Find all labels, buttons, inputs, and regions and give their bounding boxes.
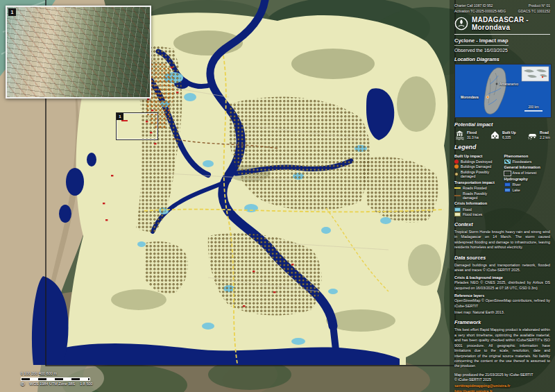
map-subtitle: Cyclone - Impact map: [454, 37, 509, 46]
crisis-image-body: Pleiades NEO © CNES 2025, distributed by…: [454, 280, 550, 291]
framework-heading: Framework: [454, 319, 550, 325]
inset-map-source: Inset map: Natural Earth 2013.: [454, 310, 550, 315]
potential-impact-row: Flood 31.3 ha Built Up 6,335 Road 2.2 km: [454, 130, 550, 140]
legend-label: Buildings Damaged: [461, 164, 491, 169]
svg-text:200 km: 200 km: [528, 105, 538, 109]
legend-label: Buildings Destroyed: [461, 160, 492, 164]
scale-numbers: 0 100 200 400 600 m: [21, 371, 93, 377]
reference-layers-heading: Reference layers: [454, 293, 550, 298]
map-title: MADAGASCAR - Morondava: [472, 16, 550, 31]
legend-item: Buildings Possibly damaged: [454, 170, 501, 178]
impact-item-flood: Flood 31.3 ha: [454, 130, 479, 140]
legend-section-phenomenon: Phenomenon: [504, 154, 551, 159]
legend-section-hydrography: Hydrography: [504, 177, 551, 182]
activation-id: Activation TC-2025-000025-MDG: [454, 9, 506, 15]
possibly-damaged-building-swatch: [454, 172, 459, 176]
flood-swatch: [454, 207, 461, 212]
website-link[interactable]: http://sertit.unistra.fr: [454, 389, 550, 392]
legend-label: Lake: [513, 188, 520, 192]
potential-impact-heading: Potential impact: [454, 121, 550, 128]
gdacs-id: GDACS TC 1001152: [518, 9, 550, 15]
damaged-building-swatch: [454, 164, 459, 169]
impact-item-road: Road 2.2 km: [527, 130, 550, 140]
map-sidebar: Charter Call 1087 ID 952 Activation TC-2…: [450, 0, 555, 392]
data-sources-impact: Damaged buildings and transportation net…: [454, 263, 550, 273]
svg-text:Antananarivo: Antananarivo: [500, 83, 519, 86]
flood-icon: [454, 130, 465, 140]
legend-section-built-up: Built Up impact: [454, 154, 501, 159]
inset-aerial-photo: 1: [6, 6, 151, 99]
svg-text:Morondava: Morondava: [461, 96, 479, 99]
impact-item-built-up: Built Up 6,335: [490, 130, 516, 140]
impact-flood-label: Flood: [467, 130, 479, 135]
product-number: Product N° 01: [518, 3, 550, 9]
inset-extent-box: 1: [117, 113, 157, 139]
legend-item: Area of Interest: [504, 171, 551, 175]
impact-road-value: 2.2 km: [540, 135, 550, 139]
location-diagrams-heading: Location Diagrams: [454, 56, 550, 62]
legend: Built Up impact Buildings Destroyed Buil…: [454, 152, 550, 218]
legend-label: Floodwaters: [513, 160, 532, 164]
impact-builtup-value: 6,335: [502, 135, 511, 139]
legend-heading: Legend: [454, 144, 550, 151]
legend-item: Buildings Destroyed: [454, 160, 501, 164]
legend-item: Roads Possibly damaged: [454, 191, 501, 200]
inset-number-tag: 1: [8, 8, 16, 16]
built-up-icon: [490, 130, 500, 140]
crs-label: WGS 1984 UTM Zone 38S: [30, 382, 76, 387]
framework-body: This best effort Rapid Mapping product i…: [454, 327, 550, 368]
contact-email-link[interactable]: sertitrapidmapping@unistra.fr: [454, 383, 550, 389]
legend-label: Area of Interest: [513, 171, 537, 175]
legend-section-general: General Information: [504, 165, 551, 170]
legend-item: Buildings Damaged: [454, 164, 501, 169]
location-diagram: Antananarivo Morondava 200 km: [454, 64, 552, 118]
floodwaters-swatch: [504, 160, 511, 164]
extent-number-tag: 1: [117, 113, 123, 120]
legend-item: Flood: [454, 207, 501, 212]
north-arrow-icon: ⨁: [21, 382, 25, 387]
legend-item: Flood traces: [454, 212, 501, 216]
legend-label: Flood traces: [463, 212, 482, 216]
scale-ratio: 1:8 500: [80, 382, 92, 387]
copyright-line: © iCube-SERTIT 2025: [454, 377, 550, 383]
legend-label: Roads Flooded: [463, 186, 487, 190]
data-sources-heading: Data sources: [454, 255, 550, 261]
impact-builtup-label: Built Up: [502, 130, 516, 135]
roads-flooded-swatch: [454, 187, 461, 189]
charter-logo-icon: [454, 17, 468, 31]
legend-label: River: [513, 182, 521, 187]
roads-possibly-damaged-swatch: [454, 195, 461, 196]
legend-label: Flood: [463, 207, 472, 212]
legend-item: Roads Flooded: [454, 186, 501, 190]
lake-swatch: [504, 188, 511, 192]
destroyed-building-swatch: [454, 160, 459, 164]
scale-bar: [21, 377, 90, 382]
reference-layers-body: OpenStreetMap © OpenStreetMap contributo…: [454, 298, 550, 309]
legend-item: Floodwaters: [504, 160, 551, 164]
legend-section-crisis: Crisis Information: [454, 201, 501, 206]
area-of-interest-swatch: [504, 171, 511, 176]
extent-red-tick: [121, 120, 128, 121]
crisis-image-heading: Crisis & background image: [454, 275, 550, 280]
legend-label: Buildings Possibly damaged: [461, 170, 501, 178]
inset-photo-texture: [7, 7, 150, 97]
scale-bar-block: 0 100 200 400 600 m ⨁ WGS 1984 UTM Zone …: [21, 371, 93, 387]
flood-traces-swatch: [454, 212, 461, 216]
location-diagram-map: Antananarivo Morondava 200 km: [455, 65, 551, 117]
road-icon: [527, 130, 538, 140]
river-swatch: [504, 182, 511, 187]
legend-item: River: [504, 182, 551, 187]
impact-flood-value: 31.3 ha: [467, 135, 479, 139]
legend-label: Roads Possibly damaged: [463, 191, 501, 200]
observed-date: Observed the 16/03/2025: [454, 48, 550, 53]
product-codes: Charter Call 1087 ID 952 Activation TC-2…: [454, 3, 550, 14]
context-body: Tropical Storm Honde brought heavy rain …: [454, 230, 550, 250]
context-heading: Context: [454, 221, 550, 228]
legend-section-transportation: Transportation impact: [454, 180, 501, 185]
impact-road-label: Road: [540, 130, 550, 135]
legend-item: Lake: [504, 188, 551, 192]
charter-call-id: Charter Call 1087 ID 952: [454, 3, 506, 9]
